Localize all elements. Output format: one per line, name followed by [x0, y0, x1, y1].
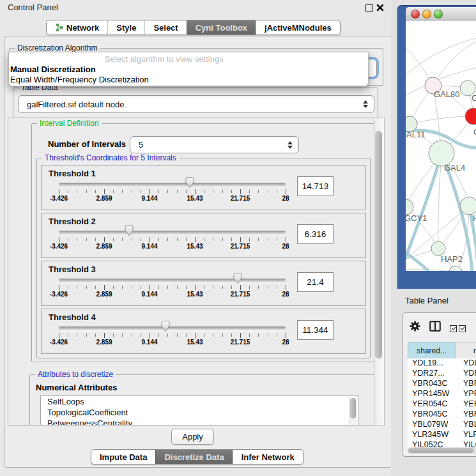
slider-tick [249, 286, 250, 289]
network-window-titlebar[interactable] [406, 7, 476, 20]
threshold-value-field[interactable]: 14.713 [297, 176, 334, 196]
slider-tick [113, 190, 114, 193]
network-node-label: H [473, 213, 476, 223]
slider-tick [213, 190, 213, 193]
cell-name: YBR0 [459, 410, 476, 420]
cell-shared-name: YDR27... [408, 369, 459, 379]
slider-track[interactable] [59, 326, 286, 330]
attribute-list-item[interactable]: BetweennessCentrality [41, 418, 358, 426]
network-node-hap2[interactable] [431, 242, 445, 256]
slider-track[interactable] [59, 183, 286, 187]
column-header-shared[interactable]: shared... [408, 342, 456, 359]
algorithm-option-manual[interactable]: Manual Discretization [10, 65, 96, 74]
slider-tick [122, 238, 123, 241]
network-node-gal4[interactable] [429, 141, 454, 166]
checkbox-checked-icon[interactable] [450, 323, 468, 335]
table-horizontal-scrollbar-thumb[interactable] [408, 448, 473, 453]
table-panel: shared... na YDL19...YDL1YDR27...YDR2YBR… [402, 312, 476, 457]
attribute-list-item[interactable]: TopologicalCoefficient [41, 407, 358, 418]
minimize-traffic-light-icon[interactable] [422, 10, 431, 19]
network-graph[interactable]: GAL80GACGAL11GAL4GCY1HHAP2 [406, 20, 476, 271]
slider-tick [141, 190, 141, 193]
panel-scrollbar-thumb[interactable] [375, 131, 382, 358]
apply-button[interactable]: Apply [171, 429, 214, 445]
top-tab-bar: NetworkStyleSelectCyni ToolboxjActiveMNo… [46, 20, 341, 35]
slider-tick-label: 28 [282, 243, 289, 250]
network-node[interactable] [449, 266, 462, 271]
panel-title: Control Panel [8, 3, 58, 12]
table-row[interactable]: YDL19...YDL1 [408, 358, 476, 369]
table-row[interactable]: YBR043CYBR0 [408, 379, 476, 389]
slider-tick [113, 238, 114, 241]
tab-select[interactable]: Select [144, 20, 186, 35]
network-edge [406, 269, 456, 271]
table-row[interactable]: YBL079WYBL0 [408, 420, 476, 430]
table-row[interactable]: YER054CYER0 [408, 399, 476, 410]
algorithm-option-equal-width[interactable]: Equal Width/Frequency Discretization [10, 75, 149, 84]
panel-scrollbar[interactable] [374, 118, 385, 426]
settings-scroll-viewport: Interval Definition Number of Intervals … [8, 118, 374, 426]
numerical-attributes-list[interactable]: SelfLoopsTopologicalCoefficientBetweenne… [40, 395, 358, 426]
slider-tick-label: 2.859 [96, 291, 112, 298]
network-node-c[interactable] [465, 108, 476, 125]
attribute-list-item[interactable]: SelfLoops [41, 396, 358, 407]
slider-tick [95, 238, 96, 241]
network-node-gcy1[interactable] [406, 199, 413, 215]
network-node-label: HAP2 [441, 254, 463, 264]
threshold-value-field[interactable]: 21.4 [297, 272, 334, 292]
slider-thumb[interactable] [232, 272, 243, 285]
slider-tick [141, 334, 141, 337]
column-header-name[interactable]: na [455, 342, 476, 359]
threshold-value-field[interactable]: 11.344 [297, 320, 334, 340]
slider-tick [186, 286, 187, 289]
bottom-tab-bar: Impute DataDiscretize DataInfer Network [91, 449, 303, 464]
tab-cyni-toolbox[interactable]: Cyni Toolbox [187, 20, 256, 35]
slider-tick [77, 190, 77, 193]
slider-tick [77, 334, 77, 337]
slider-tick [277, 238, 277, 241]
number-of-intervals-combobox[interactable]: 5 [130, 136, 299, 153]
slider-tick [286, 333, 286, 338]
tab-jactivemnodules[interactable]: jActiveMNodules [256, 20, 340, 35]
tab-discretize-data[interactable]: Discretize Data [155, 450, 232, 464]
slider-tick-label: -3.426 [50, 243, 68, 250]
slider-thumb[interactable] [184, 176, 196, 189]
table-row[interactable]: YLR345WYLR3 [408, 430, 476, 440]
slider-track[interactable] [59, 279, 286, 282]
tab-impute-data[interactable]: Impute Data [91, 450, 155, 464]
close-icon[interactable] [376, 4, 384, 12]
table-row[interactable]: YPR145WYPR1 [408, 389, 476, 399]
list-scrollbar[interactable] [349, 397, 357, 426]
threshold-value-field[interactable]: 6.316 [297, 224, 334, 244]
table-row[interactable]: YBR045CYBR0 [408, 410, 476, 420]
zoom-traffic-light-icon[interactable] [434, 10, 443, 19]
tab-infer-network[interactable]: Infer Network [233, 450, 303, 464]
slider-thumb[interactable] [160, 320, 171, 333]
tab-style[interactable]: Style [107, 20, 144, 35]
gear-icon[interactable] [410, 321, 420, 332]
cell-name: YBR0 [459, 379, 476, 389]
float-window-icon[interactable] [365, 4, 373, 12]
slider-tick-label: 28 [282, 339, 289, 346]
table-data-combobox[interactable]: galFiltered.sif default node [18, 95, 374, 113]
network-canvas[interactable]: GAL80GACGAL11GAL4GCY1HHAP2 [406, 20, 476, 271]
columns-icon[interactable] [429, 321, 441, 332]
slider-tick [113, 334, 114, 337]
table-horizontal-scrollbar[interactable] [408, 447, 476, 454]
slider-tick [68, 238, 68, 241]
list-scrollbar-thumb[interactable] [350, 398, 356, 418]
cell-name: YDL1 [459, 358, 476, 369]
network-node-h[interactable] [460, 197, 476, 215]
tab-network[interactable]: Network [47, 20, 107, 35]
close-traffic-light-icon[interactable] [411, 10, 420, 19]
table-row[interactable]: YDR27...YDR2 [408, 369, 476, 379]
slider-tick [150, 285, 150, 290]
slider-tick-label: 9.144 [141, 195, 157, 202]
slider-tick [77, 238, 77, 241]
slider-tick [177, 238, 178, 241]
slider-tick-label: 21.715 [231, 195, 250, 202]
slider-thumb[interactable] [123, 224, 135, 237]
slider-tick [104, 333, 105, 338]
threshold-box: Threshold 4 -3.4262.8599.14415.4321.7152… [41, 309, 366, 354]
slider-track[interactable] [59, 231, 286, 234]
